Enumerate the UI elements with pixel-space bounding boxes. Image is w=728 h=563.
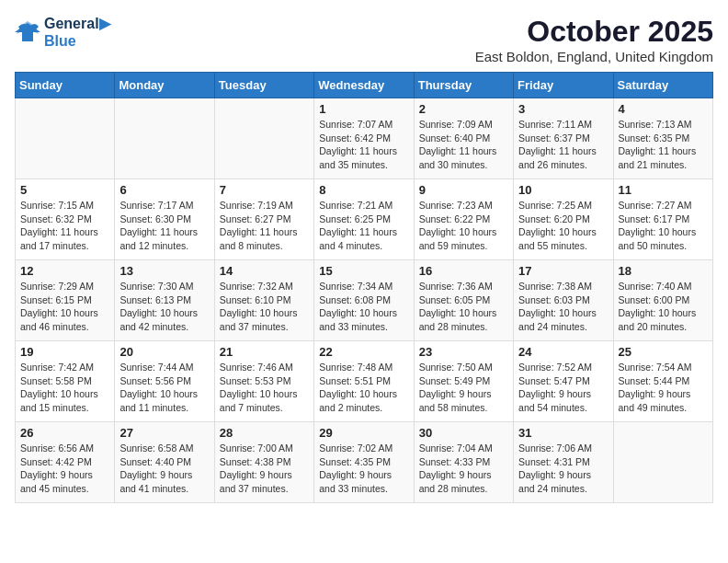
header-row: SundayMondayTuesdayWednesdayThursdayFrid… <box>16 73 713 98</box>
calendar-cell: 7Sunrise: 7:19 AMSunset: 6:27 PMDaylight… <box>214 179 313 260</box>
day-number: 9 <box>419 183 508 197</box>
day-number: 26 <box>20 426 109 440</box>
day-number: 8 <box>319 183 408 197</box>
day-number: 13 <box>119 264 209 278</box>
cell-info: Sunrise: 7:02 AMSunset: 4:35 PMDaylight:… <box>319 442 408 496</box>
header-cell-saturday: Saturday <box>613 73 712 98</box>
calendar-cell: 6Sunrise: 7:17 AMSunset: 6:30 PMDaylight… <box>115 179 214 260</box>
logo: General▶ Blue <box>15 15 110 50</box>
cell-info: Sunrise: 7:04 AMSunset: 4:33 PMDaylight:… <box>419 442 508 496</box>
location-title: East Boldon, England, United Kingdom <box>475 49 713 64</box>
cell-info: Sunrise: 7:00 AMSunset: 4:38 PMDaylight:… <box>220 442 309 496</box>
day-number: 12 <box>20 264 109 278</box>
calendar-cell: 15Sunrise: 7:34 AMSunset: 6:08 PMDayligh… <box>314 260 414 341</box>
month-title: October 2025 <box>475 15 713 49</box>
header-cell-tuesday: Tuesday <box>214 73 313 98</box>
day-number: 29 <box>319 426 408 440</box>
cell-info: Sunrise: 7:15 AMSunset: 6:32 PMDaylight:… <box>20 199 109 253</box>
day-number: 11 <box>619 183 708 197</box>
calendar-cell: 27Sunrise: 6:58 AMSunset: 4:40 PMDayligh… <box>115 422 214 503</box>
calendar-cell: 5Sunrise: 7:15 AMSunset: 6:32 PMDaylight… <box>16 179 115 260</box>
week-row-5: 26Sunrise: 6:56 AMSunset: 4:42 PMDayligh… <box>16 422 713 503</box>
day-number: 4 <box>619 102 708 116</box>
calendar-cell: 24Sunrise: 7:52 AMSunset: 5:47 PMDayligh… <box>514 341 613 422</box>
calendar-cell: 18Sunrise: 7:40 AMSunset: 6:00 PMDayligh… <box>613 260 712 341</box>
calendar-cell: 14Sunrise: 7:32 AMSunset: 6:10 PMDayligh… <box>214 260 313 341</box>
week-row-1: 1Sunrise: 7:07 AMSunset: 6:42 PMDaylight… <box>16 98 713 179</box>
calendar-cell: 17Sunrise: 7:38 AMSunset: 6:03 PMDayligh… <box>514 260 613 341</box>
day-number: 6 <box>119 183 209 197</box>
day-number: 10 <box>518 183 608 197</box>
calendar-cell: 19Sunrise: 7:42 AMSunset: 5:58 PMDayligh… <box>16 341 115 422</box>
cell-info: Sunrise: 7:54 AMSunset: 5:44 PMDaylight:… <box>619 361 708 415</box>
calendar-cell: 1Sunrise: 7:07 AMSunset: 6:42 PMDaylight… <box>314 98 414 179</box>
cell-info: Sunrise: 7:42 AMSunset: 5:58 PMDaylight:… <box>20 361 109 415</box>
cell-info: Sunrise: 7:19 AMSunset: 6:27 PMDaylight:… <box>220 199 309 253</box>
calendar-cell: 20Sunrise: 7:44 AMSunset: 5:56 PMDayligh… <box>115 341 214 422</box>
day-number: 21 <box>220 345 309 359</box>
calendar-cell: 12Sunrise: 7:29 AMSunset: 6:15 PMDayligh… <box>16 260 115 341</box>
calendar-cell: 31Sunrise: 7:06 AMSunset: 4:31 PMDayligh… <box>514 422 613 503</box>
cell-info: Sunrise: 7:25 AMSunset: 6:20 PMDaylight:… <box>518 199 608 253</box>
cell-info: Sunrise: 7:36 AMSunset: 6:05 PMDaylight:… <box>419 280 508 334</box>
day-number: 23 <box>419 345 508 359</box>
day-number: 30 <box>419 426 508 440</box>
day-number: 14 <box>220 264 309 278</box>
day-number: 7 <box>220 183 309 197</box>
calendar-cell: 23Sunrise: 7:50 AMSunset: 5:49 PMDayligh… <box>414 341 513 422</box>
calendar-cell: 16Sunrise: 7:36 AMSunset: 6:05 PMDayligh… <box>414 260 513 341</box>
logo-icon <box>15 19 40 45</box>
cell-info: Sunrise: 7:13 AMSunset: 6:35 PMDaylight:… <box>619 118 708 172</box>
day-number: 25 <box>619 345 708 359</box>
header: General▶ Blue October 2025 East Boldon, … <box>15 15 713 64</box>
cell-info: Sunrise: 7:30 AMSunset: 6:13 PMDaylight:… <box>119 280 209 334</box>
calendar-cell <box>613 422 712 503</box>
cell-info: Sunrise: 7:44 AMSunset: 5:56 PMDaylight:… <box>119 361 209 415</box>
cell-info: Sunrise: 7:09 AMSunset: 6:40 PMDaylight:… <box>419 118 508 172</box>
day-number: 18 <box>619 264 708 278</box>
week-row-4: 19Sunrise: 7:42 AMSunset: 5:58 PMDayligh… <box>16 341 713 422</box>
header-cell-thursday: Thursday <box>414 73 513 98</box>
day-number: 24 <box>518 345 608 359</box>
day-number: 3 <box>518 102 608 116</box>
week-row-2: 5Sunrise: 7:15 AMSunset: 6:32 PMDaylight… <box>16 179 713 260</box>
cell-info: Sunrise: 7:46 AMSunset: 5:53 PMDaylight:… <box>220 361 309 415</box>
cell-info: Sunrise: 7:27 AMSunset: 6:17 PMDaylight:… <box>619 199 708 253</box>
title-area: October 2025 East Boldon, England, Unite… <box>475 15 713 64</box>
cell-info: Sunrise: 7:11 AMSunset: 6:37 PMDaylight:… <box>518 118 608 172</box>
day-number: 19 <box>20 345 109 359</box>
calendar-cell: 22Sunrise: 7:48 AMSunset: 5:51 PMDayligh… <box>314 341 414 422</box>
day-number: 31 <box>518 426 608 440</box>
cell-info: Sunrise: 7:34 AMSunset: 6:08 PMDaylight:… <box>319 280 408 334</box>
day-number: 20 <box>119 345 209 359</box>
logo-text: General▶ Blue <box>44 15 110 50</box>
calendar-cell <box>16 98 115 179</box>
day-number: 5 <box>20 183 109 197</box>
day-number: 28 <box>220 426 309 440</box>
cell-info: Sunrise: 6:58 AMSunset: 4:40 PMDaylight:… <box>119 442 209 496</box>
cell-info: Sunrise: 7:06 AMSunset: 4:31 PMDaylight:… <box>518 442 608 496</box>
day-number: 27 <box>119 426 209 440</box>
header-cell-friday: Friday <box>514 73 613 98</box>
calendar-cell: 13Sunrise: 7:30 AMSunset: 6:13 PMDayligh… <box>115 260 214 341</box>
calendar-cell: 26Sunrise: 6:56 AMSunset: 4:42 PMDayligh… <box>16 422 115 503</box>
cell-info: Sunrise: 7:23 AMSunset: 6:22 PMDaylight:… <box>419 199 508 253</box>
cell-info: Sunrise: 7:40 AMSunset: 6:00 PMDaylight:… <box>619 280 708 334</box>
calendar-cell: 2Sunrise: 7:09 AMSunset: 6:40 PMDaylight… <box>414 98 513 179</box>
header-cell-monday: Monday <box>115 73 214 98</box>
calendar-cell: 29Sunrise: 7:02 AMSunset: 4:35 PMDayligh… <box>314 422 414 503</box>
calendar-cell: 21Sunrise: 7:46 AMSunset: 5:53 PMDayligh… <box>214 341 313 422</box>
cell-info: Sunrise: 7:38 AMSunset: 6:03 PMDaylight:… <box>518 280 608 334</box>
day-number: 17 <box>518 264 608 278</box>
cell-info: Sunrise: 7:17 AMSunset: 6:30 PMDaylight:… <box>119 199 209 253</box>
calendar-table: SundayMondayTuesdayWednesdayThursdayFrid… <box>15 72 713 503</box>
calendar-cell: 25Sunrise: 7:54 AMSunset: 5:44 PMDayligh… <box>613 341 712 422</box>
day-number: 16 <box>419 264 508 278</box>
day-number: 2 <box>419 102 508 116</box>
week-row-3: 12Sunrise: 7:29 AMSunset: 6:15 PMDayligh… <box>16 260 713 341</box>
cell-info: Sunrise: 7:32 AMSunset: 6:10 PMDaylight:… <box>220 280 309 334</box>
day-number: 22 <box>319 345 408 359</box>
calendar-cell: 10Sunrise: 7:25 AMSunset: 6:20 PMDayligh… <box>514 179 613 260</box>
cell-info: Sunrise: 7:48 AMSunset: 5:51 PMDaylight:… <box>319 361 408 415</box>
cell-info: Sunrise: 7:07 AMSunset: 6:42 PMDaylight:… <box>319 118 408 172</box>
